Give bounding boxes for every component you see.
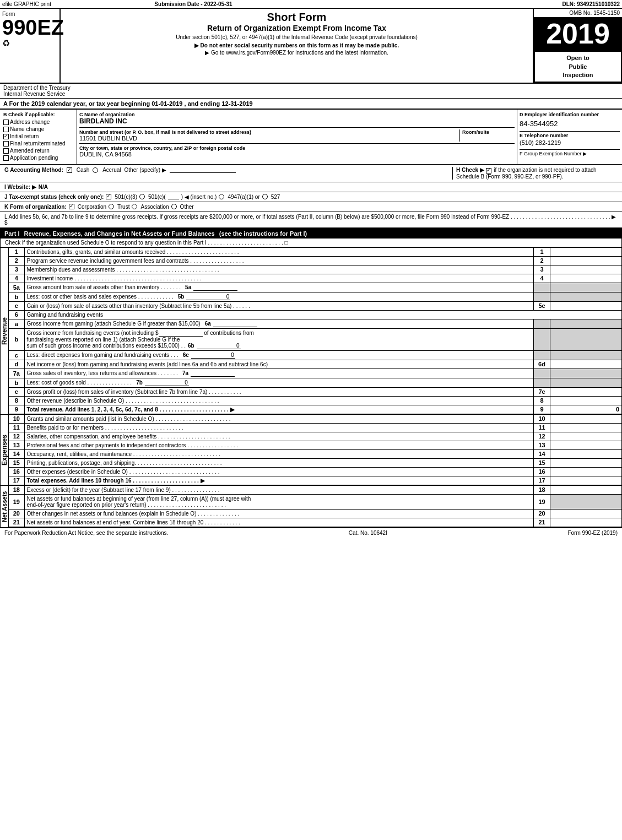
c-label: C Name of organization <box>79 112 515 117</box>
corp-checkbox[interactable] <box>69 204 74 209</box>
revenue-side-label: Revenue <box>0 247 9 414</box>
application-pending-checkbox[interactable] <box>3 155 9 161</box>
line-desc-6c: Less: direct expenses from gaming and fu… <box>24 350 534 360</box>
address-change-checkbox[interactable] <box>3 120 9 125</box>
line-num-right-5c: 5c <box>534 301 550 310</box>
cash-checkbox[interactable] <box>67 167 72 173</box>
table-row: 15 Printing, publications, postage, and … <box>9 458 622 467</box>
city-label: City or town, state or province, country… <box>79 145 515 151</box>
value-shaded-6b <box>550 328 622 350</box>
g-label: G Accounting Method: <box>4 167 63 173</box>
table-row: 8 Other revenue (describe in Schedule O)… <box>9 396 622 405</box>
checkbox-initial-return: Initial return <box>3 133 73 139</box>
line-desc-7b: Less: cost of goods sold . . . . . . . .… <box>24 378 534 387</box>
part-i-see-instructions: (see the instructions for Part I) <box>219 230 307 237</box>
corp-label: Corporation <box>78 204 106 210</box>
table-row: 10 Grants and similar amounts paid (list… <box>9 414 622 423</box>
line-num-right-14: 14 <box>534 449 550 458</box>
trust-checkbox[interactable] <box>109 204 114 209</box>
line-num-right-18: 18 <box>534 485 550 494</box>
table-row: 6 Gaming and fundraising events <box>9 310 622 319</box>
table-row: 14 Occupancy, rent, utilities, and maint… <box>9 449 622 458</box>
table-row: a Gross income from gaming (attach Sched… <box>9 319 622 328</box>
line-num-right-21: 21 <box>534 518 550 527</box>
city-row: City or town, state or province, country… <box>79 145 515 158</box>
line-desc-1: Contributions, gifts, grants, and simila… <box>24 247 534 256</box>
table-row: 4 Investment income . . . . . . . . . . … <box>9 274 622 283</box>
line-num-right-16: 16 <box>534 467 550 476</box>
line-num-right-17: 17 <box>534 476 550 485</box>
line-num-5c: c <box>9 301 24 310</box>
name-change-checkbox[interactable] <box>3 127 9 132</box>
other-checkbox[interactable] <box>171 204 177 209</box>
amended-return-checkbox[interactable] <box>3 148 9 154</box>
revenue-section: Revenue 1 Contributions, gifts, grants, … <box>0 247 622 414</box>
subtitle: Under section 501(c), 527, or 4947(a)(1)… <box>66 34 527 40</box>
value-13 <box>550 441 622 449</box>
value-9: 0 <box>550 405 622 414</box>
h-checkbox[interactable] <box>486 168 491 174</box>
department-row: Department of the TreasuryInternal Reven… <box>0 84 622 99</box>
checkbox-address-change: Address change <box>3 119 73 125</box>
line-num-19: 19 <box>9 494 24 509</box>
line-num-right-19: 19 <box>534 494 550 509</box>
line-num-6c: c <box>9 350 24 360</box>
501c3-label: 501(c)(3) <box>115 194 137 200</box>
phone-number: (510) 282-1219 <box>520 139 620 146</box>
form-ref: Form 990-EZ (2019) <box>567 530 618 536</box>
value-14 <box>550 449 622 458</box>
revenue-table: 1 Contributions, gifts, grants, and simi… <box>9 247 622 414</box>
value-10 <box>550 414 622 423</box>
table-row: 20 Other changes in net assets or fund b… <box>9 509 622 518</box>
line-desc-11: Benefits paid to or for members . . . . … <box>24 423 534 432</box>
trust-label: Trust <box>117 204 129 210</box>
accrual-checkbox[interactable] <box>93 167 98 173</box>
tax-year-row: A For the 2019 calendar year, or tax yea… <box>0 99 622 110</box>
shaded-7a <box>534 368 550 378</box>
part-i-label: Part I <box>4 230 20 237</box>
table-row: 12 Salaries, other compensation, and emp… <box>9 432 622 441</box>
line-desc-19: Net assets or fund balances at beginning… <box>24 494 534 509</box>
value-shaded-5a <box>550 283 622 292</box>
line-num-6: 6 <box>9 310 24 319</box>
table-row: 11 Benefits paid to or for members . . .… <box>9 423 622 432</box>
form-org-row: K Form of organization: Corporation Trus… <box>0 202 622 212</box>
line-desc-13: Professional fees and other payments to … <box>24 441 534 449</box>
line-desc-5b: Less: cost or other basis and sales expe… <box>24 292 534 301</box>
final-return-checkbox[interactable] <box>3 141 9 147</box>
line-desc-3: Membership dues and assessments . . . . … <box>24 265 534 274</box>
table-row: 19 Net assets or fund balances at beginn… <box>9 494 622 509</box>
line-desc-9: Total revenue. Add lines 1, 2, 3, 4, 5c,… <box>24 405 534 414</box>
line-num-6d: d <box>9 360 24 368</box>
4947-checkbox[interactable] <box>219 194 224 199</box>
ein-number: 84-3544952 <box>520 120 620 128</box>
assoc-label: Association <box>140 204 169 210</box>
line-num-13: 13 <box>9 441 24 449</box>
line-num-3: 3 <box>9 265 24 274</box>
line-desc-6d: Net income or (loss) from gaming and fun… <box>24 360 534 368</box>
value-shaded-7a <box>550 368 622 378</box>
527-checkbox[interactable] <box>262 194 268 199</box>
table-row: b Less: cost or other basis and sales ex… <box>9 292 622 301</box>
initial-return-checkbox[interactable] <box>3 134 9 139</box>
table-row: c Gross profit or (loss) from sales of i… <box>9 387 622 396</box>
501c-checkbox[interactable] <box>139 194 145 199</box>
top-bar-efile: efile GRAPHIC print <box>2 1 51 7</box>
form-id-block: Form 990EZ ♻ <box>0 9 61 83</box>
address-value: 11501 DUBLIN BLVD <box>79 135 459 142</box>
line-desc-2: Program service revenue including govern… <box>24 256 534 265</box>
527-label: 527 <box>271 194 280 200</box>
501c3-checkbox[interactable] <box>106 194 111 199</box>
center-header: Short Form Return of Organization Exempt… <box>61 9 534 83</box>
main-title: Return of Organization Exempt From Incom… <box>66 24 527 32</box>
line-desc-12: Salaries, other compensation, and employ… <box>24 432 534 441</box>
address-change-label: Address change <box>10 119 50 125</box>
city-value: DUBLIN, CA 94568 <box>79 151 515 158</box>
line-desc-18: Excess or (deficit) for the year (Subtra… <box>24 485 534 494</box>
value-5c <box>550 301 622 310</box>
value-8 <box>550 396 622 405</box>
assoc-checkbox[interactable] <box>132 204 137 209</box>
line-desc-7a: Gross sales of inventory, less returns a… <box>24 368 534 378</box>
application-pending-label: Application pending <box>10 155 58 161</box>
e-label: E Telephone number <box>520 133 620 138</box>
